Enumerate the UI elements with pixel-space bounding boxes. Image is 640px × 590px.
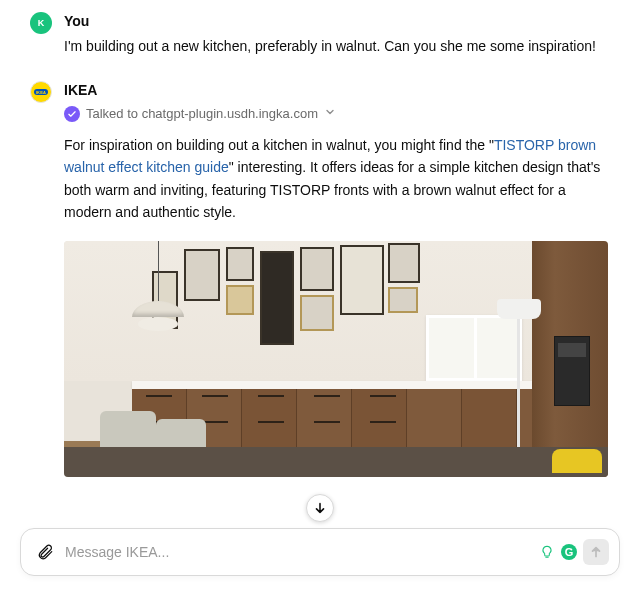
assistant-message-content: IKEA Talked to chatgpt-plugin.usdh.ingka…: [64, 81, 608, 477]
user-message-text: I'm building out a new kitchen, preferab…: [64, 36, 608, 58]
suggestion-icon[interactable]: [539, 544, 555, 560]
assistant-message: IKEA IKEA Talked to chatgpt-plugin.usdh.…: [32, 81, 608, 477]
user-author-label: You: [64, 12, 608, 32]
message-input[interactable]: [65, 544, 531, 560]
avatar-initial: K: [38, 18, 45, 28]
chevron-down-icon: [324, 106, 336, 121]
assistant-author-label: IKEA: [64, 81, 608, 101]
user-message: K You I'm building out a new kitchen, pr…: [32, 12, 608, 57]
chat-container: K You I'm building out a new kitchen, pr…: [0, 0, 640, 477]
assistant-body-before: For inspiration on building out a kitche…: [64, 137, 494, 153]
composer-area: G: [20, 528, 620, 576]
plugin-call-pill[interactable]: Talked to chatgpt-plugin.usdh.ingka.com: [64, 106, 336, 122]
kitchen-inspiration-image[interactable]: [64, 241, 608, 477]
user-message-content: You I'm building out a new kitchen, pref…: [64, 12, 608, 57]
plugin-badge-icon[interactable]: G: [561, 544, 577, 560]
plugin-notice-text: Talked to chatgpt-plugin.usdh.ingka.com: [86, 106, 318, 121]
send-button[interactable]: [583, 539, 609, 565]
assistant-message-body: For inspiration on building out a kitche…: [64, 134, 608, 224]
arrow-down-icon: [313, 501, 327, 515]
arrow-up-icon: [589, 545, 603, 559]
user-avatar: K: [30, 12, 52, 34]
message-composer: G: [20, 528, 620, 576]
attach-button[interactable]: [33, 540, 57, 564]
check-badge-icon: [64, 106, 80, 122]
ikea-avatar: IKEA: [30, 81, 52, 103]
scroll-to-bottom-button[interactable]: [306, 494, 334, 522]
paperclip-icon: [36, 543, 54, 561]
composer-right-icons: G: [539, 539, 609, 565]
